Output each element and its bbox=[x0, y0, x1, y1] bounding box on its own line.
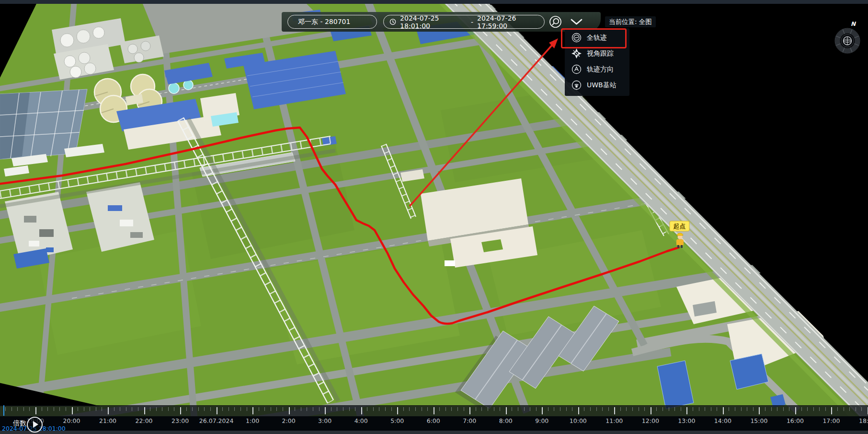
timeline-major-tick bbox=[614, 407, 615, 414]
timeline-label-17-00: 17:00 bbox=[822, 417, 840, 424]
timeline-minor-tick bbox=[481, 407, 482, 411]
timeline-minor-tick bbox=[457, 407, 458, 411]
timeline-minor-tick bbox=[439, 407, 440, 411]
timeline-minor-tick bbox=[259, 407, 259, 411]
timeline-label-12-00: 12:00 bbox=[642, 417, 659, 424]
timeline-minor-tick bbox=[343, 407, 343, 411]
timeline-minor-tick bbox=[198, 407, 199, 411]
menu-item-label: 轨迹方向 bbox=[587, 65, 614, 74]
timeline-minor-tick bbox=[856, 407, 856, 411]
timeline-minor-tick bbox=[494, 407, 494, 411]
timeline-minor-tick bbox=[536, 407, 537, 411]
timeline-minor-tick bbox=[276, 407, 277, 411]
timeline-minor-tick bbox=[59, 407, 60, 411]
map-3d-view[interactable]: 起点 bbox=[0, 0, 868, 434]
timeline-minor-tick bbox=[705, 407, 705, 411]
timeline-minor-tick bbox=[669, 407, 669, 411]
date-end-value: 2024-07-26 17:59:00 bbox=[477, 14, 544, 30]
menu-item-4[interactable]: UWB基站 bbox=[565, 77, 629, 93]
clock-icon bbox=[389, 18, 396, 25]
timeline-minor-tick bbox=[717, 407, 717, 411]
timeline-label-21-00: 21:00 bbox=[99, 417, 116, 424]
timeline-major-tick bbox=[578, 407, 579, 414]
menu-item-3[interactable]: 轨迹方向 bbox=[565, 61, 629, 77]
timeline-minor-tick bbox=[445, 407, 446, 411]
timeline-minor-tick bbox=[548, 407, 548, 411]
locate-track-button[interactable] bbox=[549, 15, 562, 30]
timeline-major-tick bbox=[217, 407, 217, 414]
timeline-major-tick bbox=[144, 407, 145, 414]
locate-track-icon bbox=[549, 15, 562, 28]
menu-item-1[interactable]: 全轨迹 bbox=[565, 30, 629, 46]
timeline-label-4-00: 4:00 bbox=[354, 417, 368, 424]
timeline-minor-tick bbox=[861, 407, 862, 411]
menu-item-label: 视角跟踪 bbox=[587, 49, 614, 58]
timeline-minor-tick bbox=[47, 407, 48, 411]
compass-dial bbox=[835, 28, 860, 53]
timeline-minor-tick bbox=[337, 407, 337, 411]
timeline-minor-tick bbox=[500, 407, 500, 411]
timeline-label-1-00: 1:00 bbox=[246, 417, 259, 424]
top-edge-strip bbox=[0, 0, 868, 4]
timeline-minor-tick bbox=[699, 407, 699, 411]
menu-item-2[interactable]: 视角跟踪 bbox=[565, 46, 629, 61]
timeline-minor-tick bbox=[138, 407, 138, 411]
timeline-major-tick bbox=[542, 407, 543, 414]
timeline-major-tick bbox=[72, 407, 73, 414]
timeline-major-tick bbox=[831, 407, 832, 414]
timeline-minor-tick bbox=[837, 407, 838, 411]
timeline-minor-tick bbox=[11, 407, 12, 411]
track-display-menu: 全轨迹视角跟踪轨迹方向UWB基站 bbox=[565, 28, 629, 96]
timeline-minor-tick bbox=[90, 407, 90, 411]
current-location-label: 当前位置: 全图 bbox=[609, 18, 652, 25]
timeline-minor-tick bbox=[349, 407, 350, 411]
timeline-minor-tick bbox=[228, 407, 229, 411]
timeline-playhead[interactable] bbox=[3, 405, 4, 416]
timeline-label-7-00: 7:00 bbox=[463, 417, 476, 424]
timeline-major-tick bbox=[108, 407, 109, 414]
timeline-minor-tick bbox=[813, 407, 814, 411]
timeline-major-tick bbox=[759, 407, 760, 414]
timeline-ruler[interactable] bbox=[0, 405, 868, 417]
timeline-minor-tick bbox=[789, 407, 789, 411]
timeline-minor-tick bbox=[283, 407, 283, 411]
timeline-minor-tick bbox=[379, 407, 379, 411]
timeline-label-22-00: 22:00 bbox=[136, 417, 153, 424]
full-trajectory-icon bbox=[571, 33, 582, 43]
timeline-minor-tick bbox=[656, 407, 657, 411]
play-button[interactable] bbox=[27, 417, 43, 433]
timeline-label-11-00: 11:00 bbox=[605, 417, 623, 424]
timeline-minor-tick bbox=[234, 407, 235, 411]
timeline-minor-tick bbox=[488, 407, 488, 411]
timeline-minor-tick bbox=[367, 407, 367, 411]
expand-menu-button[interactable] bbox=[570, 18, 583, 28]
start-marker-label: 起点 bbox=[673, 223, 686, 230]
timeline-minor-tick bbox=[391, 407, 392, 411]
timeline-minor-tick bbox=[464, 407, 464, 411]
timeline-minor-tick bbox=[771, 407, 772, 411]
timeline-minor-tick bbox=[210, 407, 211, 411]
timeline-minor-tick bbox=[5, 407, 6, 411]
timeline-minor-tick bbox=[120, 407, 120, 411]
timeline-major-tick bbox=[506, 407, 507, 414]
timeline-minor-tick bbox=[608, 407, 609, 411]
timeline-minor-tick bbox=[632, 407, 633, 411]
timeline-minor-tick bbox=[729, 407, 729, 411]
app-window: 起点 邓一东 - 280701 2024-07-25 18:01:00 - 20… bbox=[0, 0, 868, 434]
timeline-minor-tick bbox=[681, 407, 681, 411]
timeline-minor-tick bbox=[825, 407, 826, 411]
timeline-major-tick bbox=[795, 407, 796, 414]
timeline-minor-tick bbox=[530, 407, 530, 411]
date-range-picker[interactable]: 2024-07-25 18:01:00 - 2024-07-26 17:59:0… bbox=[383, 15, 545, 29]
timeline-minor-tick bbox=[844, 407, 844, 411]
timeline-footer-strip bbox=[0, 431, 868, 434]
compass-control[interactable]: N bbox=[831, 19, 865, 59]
timeline-minor-tick bbox=[78, 407, 78, 411]
timeline-minor-tick bbox=[801, 407, 802, 411]
timeline-minor-tick bbox=[84, 407, 84, 411]
timeline-minor-tick bbox=[415, 407, 416, 411]
timeline-minor-tick bbox=[307, 407, 307, 411]
timeline-minor-tick bbox=[186, 407, 187, 411]
person-selector[interactable]: 邓一东 - 280701 bbox=[287, 15, 377, 29]
date-start-value: 2024-07-25 18:01:00 bbox=[400, 14, 467, 30]
